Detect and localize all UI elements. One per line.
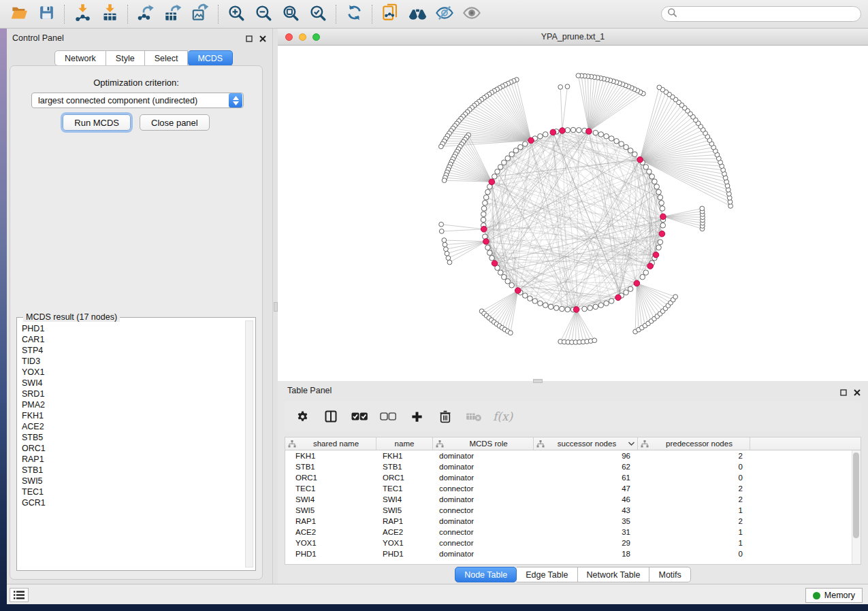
mcds-result-item[interactable]: STB5	[18, 432, 246, 443]
table-cell[interactable]: SWI5	[376, 505, 433, 516]
network-node[interactable]	[446, 256, 451, 261]
network-node[interactable]	[492, 174, 498, 180]
network-node[interactable]	[656, 189, 662, 195]
close-panel-button[interactable]: Close panel	[140, 114, 210, 131]
table-cell[interactable]: 1	[638, 527, 750, 538]
network-node[interactable]	[640, 274, 645, 280]
network-node[interactable]	[700, 206, 705, 211]
tab-network-table[interactable]: Network Table	[578, 567, 650, 582]
network-node[interactable]	[508, 331, 513, 335]
network-node[interactable]	[657, 85, 662, 90]
network-hub-node[interactable]	[515, 288, 521, 294]
network-node[interactable]	[442, 178, 447, 183]
table-panel-close-button[interactable]	[852, 388, 861, 397]
column-header-MCDS-role[interactable]: MCDS role	[433, 437, 534, 450]
table-cell[interactable]: SWI4	[376, 494, 433, 505]
network-node[interactable]	[443, 242, 447, 247]
network-node[interactable]	[582, 306, 588, 312]
network-node[interactable]	[485, 189, 491, 195]
network-hub-node[interactable]	[492, 261, 498, 267]
network-node[interactable]	[518, 144, 524, 150]
network-node[interactable]	[647, 169, 652, 174]
network-node[interactable]	[505, 279, 511, 284]
table-cell[interactable]: ORC1	[285, 472, 376, 483]
table-panel-float-button[interactable]	[839, 388, 848, 397]
share-document-button[interactable]	[376, 3, 404, 25]
table-cell[interactable]: 0	[638, 472, 750, 483]
run-mcds-button[interactable]: Run MCDS	[63, 114, 131, 131]
zoom-in-button[interactable]	[223, 3, 250, 25]
network-node[interactable]	[483, 195, 489, 200]
task-history-button[interactable]	[10, 588, 29, 602]
table-cell[interactable]: dominator	[433, 516, 534, 527]
network-node[interactable]	[598, 303, 604, 308]
tab-edge-table[interactable]: Edge Table	[517, 567, 577, 582]
network-node[interactable]	[565, 127, 570, 133]
network-node[interactable]	[501, 274, 507, 280]
table-cell[interactable]: 35	[534, 516, 638, 527]
network-node[interactable]	[509, 152, 515, 157]
table-cell[interactable]: connector	[433, 483, 534, 494]
optimization-criterion-dropdown[interactable]: largest connected component (undirected)	[31, 93, 244, 108]
network-node[interactable]	[442, 238, 447, 243]
export-image-button[interactable]	[187, 3, 214, 25]
table-cell[interactable]: YOX1	[285, 538, 376, 548]
table-cell[interactable]: 2	[638, 516, 750, 527]
table-cell[interactable]: ACE2	[376, 527, 433, 538]
table-cell[interactable]: YOX1	[376, 538, 433, 548]
table-row[interactable]: ACE2ACE2connector311	[285, 527, 861, 538]
network-hub-node[interactable]	[660, 214, 666, 220]
export-network-button[interactable]	[132, 3, 159, 25]
network-node[interactable]	[660, 222, 666, 228]
table-cell[interactable]: RAP1	[376, 516, 433, 527]
network-node[interactable]	[660, 206, 665, 212]
network-node[interactable]	[501, 160, 507, 165]
column-header-name[interactable]: name	[376, 437, 433, 450]
save-session-button[interactable]	[33, 3, 60, 25]
mcds-result-item[interactable]: STB1	[18, 465, 246, 476]
table-cell[interactable]: 0	[638, 461, 750, 472]
table-cell[interactable]: dominator	[433, 494, 534, 505]
table-row[interactable]: RAP1RAP1dominator352	[285, 516, 861, 527]
mcds-result-item[interactable]: ACE2	[18, 421, 246, 432]
table-cell[interactable]: connector	[433, 538, 534, 548]
mcds-result-item[interactable]: FKH1	[18, 410, 246, 421]
table-row[interactable]: ORC1ORC1dominator610	[285, 472, 861, 483]
network-node[interactable]	[560, 306, 565, 312]
table-cell[interactable]: 18	[534, 548, 638, 559]
network-node[interactable]	[628, 148, 633, 153]
mcds-result-item[interactable]: GCR1	[18, 497, 246, 508]
table-cell[interactable]: 29	[534, 538, 638, 548]
network-node[interactable]	[553, 306, 559, 311]
table-cell[interactable]: 96	[534, 450, 638, 461]
network-node[interactable]	[652, 179, 658, 184]
delete-column-button[interactable]	[436, 407, 455, 426]
table-scrollbar-thumb[interactable]	[853, 452, 859, 538]
table-cell[interactable]: dominator	[433, 548, 534, 559]
table-row[interactable]: STB1STB1dominator620	[285, 461, 861, 472]
network-hub-node[interactable]	[634, 280, 640, 286]
network-node[interactable]	[498, 270, 503, 276]
network-node[interactable]	[632, 152, 638, 157]
table-row[interactable]: SWI5SWI5connector431	[285, 505, 861, 516]
zoom-fit-button[interactable]	[277, 3, 304, 25]
column-header-shared-name[interactable]: shared name	[285, 437, 376, 450]
table-cell[interactable]: 47	[534, 483, 638, 494]
network-node[interactable]	[445, 251, 449, 256]
network-node[interactable]	[489, 255, 495, 261]
hide-graphics-details-button[interactable]	[431, 3, 458, 25]
network-node[interactable]	[558, 85, 563, 90]
mcds-result-item[interactable]: TID3	[18, 356, 246, 367]
table-cell[interactable]: PHD1	[376, 548, 433, 559]
mcds-result-item[interactable]: TEC1	[18, 486, 246, 497]
tab-node-table[interactable]: Node Table	[455, 567, 517, 582]
network-node[interactable]	[656, 245, 662, 250]
mcds-result-item[interactable]: SRD1	[18, 389, 246, 399]
network-node[interactable]	[619, 142, 624, 147]
table-cell[interactable]: PHD1	[285, 548, 376, 559]
network-search-box[interactable]	[661, 6, 861, 22]
mcds-result-item[interactable]: CAR1	[18, 334, 246, 345]
mcds-result-scrollbar[interactable]	[245, 320, 253, 567]
table-cell[interactable]: 61	[534, 472, 638, 483]
network-node[interactable]	[609, 136, 614, 142]
